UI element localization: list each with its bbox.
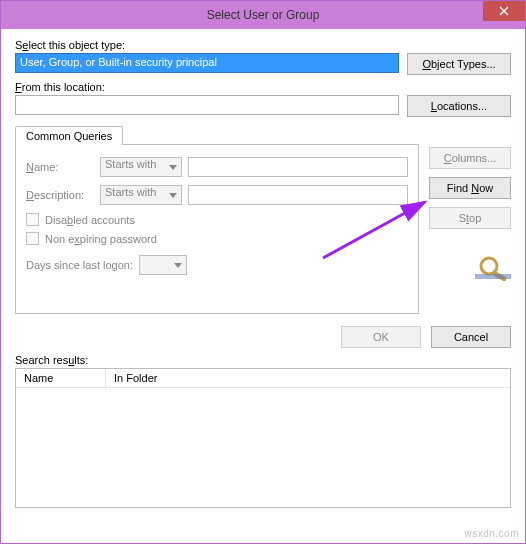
disabled-accounts-label: Disabled accounts	[45, 214, 135, 226]
location-input[interactable]	[15, 95, 399, 115]
tab-panel: Name: Starts with Description: Starts wi…	[15, 144, 419, 314]
search-results-label: Search results:	[15, 354, 511, 366]
window-title: Select User or Group	[207, 8, 320, 22]
close-button[interactable]	[483, 1, 525, 21]
non-expiring-password-label: Non expiring password	[45, 233, 157, 245]
dialog-window: Select User or Group Select this object …	[0, 0, 526, 544]
non-expiring-password-checkbox[interactable]	[26, 232, 39, 245]
query-tabset: Common Queries Name: Starts with Descrip…	[15, 125, 419, 314]
find-now-button[interactable]: Find Now	[429, 177, 511, 199]
name-filter-label: Name:	[26, 161, 94, 173]
object-types-button[interactable]: Object Types...	[407, 53, 511, 75]
svg-rect-2	[475, 274, 511, 279]
columns-button[interactable]: Columns...	[429, 147, 511, 169]
description-filter-input[interactable]	[188, 185, 408, 205]
watermark: wsxdn.com	[464, 528, 519, 539]
disabled-accounts-checkbox[interactable]	[26, 213, 39, 226]
name-filter-input[interactable]	[188, 157, 408, 177]
close-icon	[499, 6, 509, 16]
object-type-label: Select this object type:	[15, 39, 399, 51]
cancel-button[interactable]: Cancel	[431, 326, 511, 348]
magnifier-icon	[475, 255, 511, 283]
object-type-input[interactable]: User, Group, or Built-in security princi…	[15, 53, 399, 73]
stop-button[interactable]: Stop	[429, 207, 511, 229]
description-filter-label: Description:	[26, 189, 94, 201]
column-in-folder[interactable]: In Folder	[106, 369, 510, 387]
locations-button[interactable]: Locations...	[407, 95, 511, 117]
days-since-logon-label: Days since last logon:	[26, 259, 133, 271]
ok-button[interactable]: OK	[341, 326, 421, 348]
location-label: From this location:	[15, 81, 399, 93]
results-header: Name In Folder	[16, 369, 510, 388]
titlebar: Select User or Group	[1, 1, 525, 29]
svg-point-0	[481, 258, 497, 274]
search-results-list[interactable]: Name In Folder	[15, 368, 511, 508]
side-button-column: Columns... Find Now Stop	[429, 125, 511, 314]
column-name[interactable]: Name	[16, 369, 106, 387]
days-since-logon-select[interactable]	[139, 255, 187, 275]
tab-common-queries[interactable]: Common Queries	[15, 126, 123, 145]
description-operator-select[interactable]: Starts with	[100, 185, 182, 205]
name-operator-select[interactable]: Starts with	[100, 157, 182, 177]
